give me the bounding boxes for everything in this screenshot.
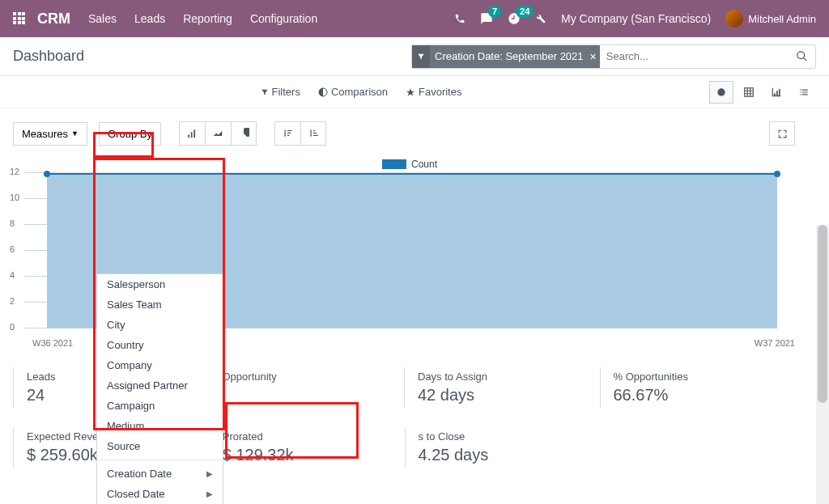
chevron-right-icon: ▶: [206, 469, 213, 478]
svg-point-0: [797, 52, 804, 59]
data-point[interactable]: [44, 171, 50, 177]
kpi-title: Days to Assign: [418, 371, 587, 383]
data-point[interactable]: [774, 171, 780, 177]
nav-reporting[interactable]: Reporting: [183, 12, 232, 25]
kpi-value: 66.67%: [614, 386, 783, 404]
filter-bar: Filters Comparison Favorites: [0, 76, 829, 108]
dd-salesperson[interactable]: Salesperson: [97, 274, 223, 294]
sort-asc-icon[interactable]: [300, 121, 326, 146]
filter-icon: [412, 45, 430, 68]
graph-toolbar: Measures▼ Group By: [13, 121, 795, 146]
dd-country[interactable]: Country: [97, 335, 223, 355]
top-navbar: CRM Sales Leads Reporting Configuration …: [0, 0, 829, 37]
dd-city[interactable]: City: [97, 315, 223, 335]
kpi-title: % Opportunities: [614, 371, 783, 383]
dd-company[interactable]: Company: [97, 355, 223, 375]
search-icon[interactable]: [788, 50, 815, 62]
nav-sales[interactable]: Sales: [88, 12, 117, 25]
dd-sales-team[interactable]: Sales Team: [97, 294, 223, 315]
chart-legend: Count: [382, 159, 437, 170]
bar-chart-icon[interactable]: [179, 121, 205, 146]
favorites-button[interactable]: Favorites: [406, 86, 461, 98]
expand-icon[interactable]: [769, 121, 795, 146]
filter-facet[interactable]: Creation Date: September 2021 ×: [412, 45, 600, 68]
nav-configuration[interactable]: Configuration: [250, 12, 317, 25]
legend-swatch: [382, 159, 406, 169]
filters-button[interactable]: Filters: [261, 86, 300, 98]
groupby-dropdown: Salesperson Sales Team City Country Comp…: [96, 273, 223, 504]
dd-medium[interactable]: Medium: [97, 416, 223, 436]
kpi-title: Opportunity: [223, 371, 392, 383]
search-bar: Creation Date: September 2021 ×: [411, 44, 816, 69]
svg-rect-3: [745, 87, 754, 96]
dd-closed-date[interactable]: Closed Date▶: [97, 484, 223, 504]
line-chart-icon[interactable]: [205, 121, 231, 146]
scrollbar[interactable]: [816, 225, 829, 504]
dd-creation-date[interactable]: Creation Date▶: [97, 464, 223, 484]
sort-desc-icon[interactable]: [274, 121, 300, 146]
groupby-button[interactable]: Group By: [99, 122, 161, 146]
user-menu[interactable]: Mitchell Admin: [725, 10, 816, 28]
kpi-value: 42 days: [418, 386, 587, 404]
scroll-thumb[interactable]: [818, 225, 827, 403]
kpi-title: s to Close: [419, 430, 588, 443]
view-dashboard[interactable]: [709, 81, 733, 104]
search-input[interactable]: [600, 50, 788, 62]
view-graph[interactable]: [764, 81, 789, 104]
clock-icon[interactable]: 24: [508, 12, 521, 25]
measures-button[interactable]: Measures▼: [13, 122, 87, 146]
dd-source[interactable]: Source: [97, 436, 223, 456]
chat-icon[interactable]: 7: [480, 12, 493, 25]
apps-icon[interactable]: [13, 12, 26, 25]
dd-campaign[interactable]: Campaign: [97, 396, 223, 416]
company-selector[interactable]: My Company (San Francisco): [561, 12, 711, 25]
avatar: [725, 10, 743, 28]
nav-leads[interactable]: Leads: [134, 12, 165, 25]
page-title: Dashboard: [13, 48, 84, 65]
wrench-icon[interactable]: [535, 13, 546, 24]
phone-icon[interactable]: [454, 13, 466, 24]
x-tick: W37 2021: [755, 338, 795, 348]
control-panel: Dashboard Creation Date: September 2021 …: [0, 37, 829, 76]
kpi-value: 4.25 days: [419, 446, 588, 464]
view-list[interactable]: [792, 81, 816, 104]
pie-chart-icon[interactable]: [231, 121, 257, 146]
clock-badge: 24: [516, 6, 534, 18]
dd-assigned-partner[interactable]: Assigned Partner: [97, 375, 223, 396]
kpi-title: Prorated: [223, 430, 392, 443]
facet-remove[interactable]: ×: [590, 50, 597, 63]
chevron-right-icon: ▶: [206, 489, 213, 498]
brand[interactable]: CRM: [37, 11, 70, 28]
kpi-value: $ 129.32k: [223, 446, 392, 464]
comparison-button[interactable]: Comparison: [318, 86, 388, 98]
user-name: Mitchell Admin: [748, 13, 816, 25]
view-table[interactable]: [737, 81, 761, 104]
chat-badge: 7: [488, 6, 501, 18]
x-tick: W36 2021: [32, 338, 73, 348]
facet-label: Creation Date: September 2021: [435, 50, 584, 62]
